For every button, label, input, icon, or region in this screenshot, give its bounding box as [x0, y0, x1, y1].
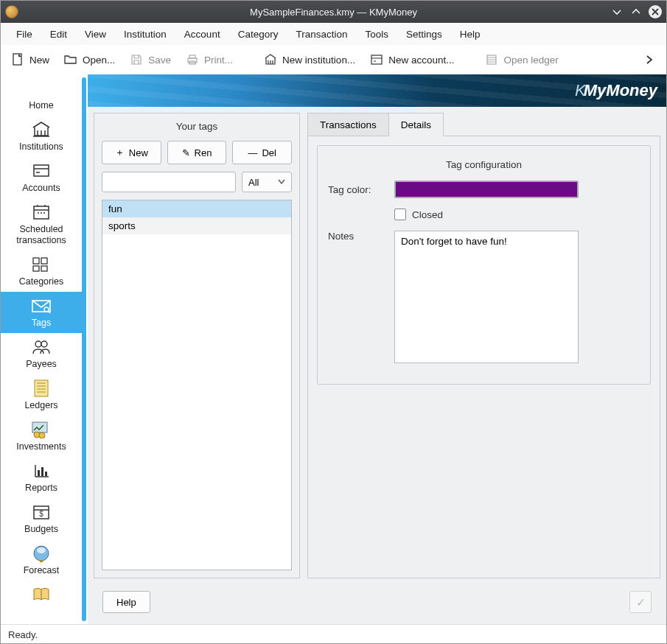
menu-transaction[interactable]: Transaction — [287, 26, 355, 43]
sidebar-nav: Home Institutions Accounts Scheduled tra… — [1, 74, 82, 624]
calendar-icon — [30, 203, 52, 222]
sidebar-item-budgets[interactable]: $ Budgets — [1, 498, 82, 539]
sidebar-item-investments[interactable]: Investments — [1, 416, 82, 457]
plus-icon: ＋ — [115, 146, 125, 159]
ledger-icon — [485, 53, 498, 66]
details-tabs: Transactions Details — [307, 113, 660, 136]
svg-point-8 — [38, 212, 39, 214]
tag-row[interactable]: fun — [102, 200, 291, 217]
apply-button[interactable]: ✓ — [629, 591, 652, 613]
accounts-icon — [30, 161, 52, 181]
window-close-icon[interactable] — [649, 5, 662, 18]
bottom-toolbar: Help ✓ — [94, 584, 660, 620]
sidebar-item-scheduled[interactable]: Scheduled transactions — [1, 198, 82, 251]
svg-rect-2 — [189, 55, 195, 58]
menu-edit[interactable]: Edit — [42, 26, 75, 43]
notes-textarea[interactable] — [394, 231, 579, 363]
tags-icon — [30, 296, 52, 315]
toolbar-save: Save — [127, 50, 174, 69]
svg-point-10 — [43, 212, 45, 214]
fieldset-legend: Tag configuration — [328, 159, 640, 170]
menu-institution[interactable]: Institution — [116, 26, 175, 43]
svg-rect-6 — [34, 165, 49, 176]
menu-view[interactable]: View — [77, 26, 114, 43]
institution-icon — [264, 53, 277, 66]
new-file-icon — [11, 53, 24, 66]
payees-icon — [30, 337, 52, 357]
tab-details[interactable]: Details — [388, 113, 444, 136]
tag-color-picker[interactable] — [394, 181, 579, 198]
tags-panel-title: Your tags — [94, 113, 299, 141]
chevron-down-icon — [278, 179, 285, 185]
svg-rect-30 — [40, 560, 43, 562]
svg-rect-12 — [41, 258, 47, 264]
forecast-icon — [30, 544, 52, 563]
svg-rect-14 — [41, 266, 47, 271]
toolbar-overflow-icon[interactable] — [640, 55, 659, 65]
window-titlebar: MySampleFinances.kmy — KMyMoney — [1, 1, 666, 23]
reports-icon — [30, 461, 52, 480]
status-text: Ready. — [8, 629, 38, 640]
menu-file[interactable]: File — [8, 26, 41, 43]
svg-rect-20 — [32, 422, 47, 433]
sidebar-active-indicator — [82, 77, 86, 621]
menu-category[interactable]: Category — [230, 26, 287, 43]
sidebar-item-payees[interactable]: Payees — [1, 333, 82, 374]
toolbar-open-ledger: Open ledger — [482, 50, 561, 69]
ledgers-icon — [30, 379, 52, 398]
tag-filter-select[interactable]: All — [242, 172, 292, 192]
menu-tools[interactable]: Tools — [357, 26, 397, 43]
menu-account[interactable]: Account — [176, 26, 228, 43]
menu-help[interactable]: Help — [452, 26, 489, 43]
svg-point-29 — [37, 547, 46, 553]
tag-color-label: Tag color: — [328, 184, 394, 195]
toolbar-new-institution[interactable]: New institution... — [261, 50, 358, 69]
closed-label: Closed — [412, 209, 443, 220]
app-banner: KMyMoney — [88, 74, 666, 107]
tab-transactions[interactable]: Transactions — [307, 113, 389, 136]
svg-rect-25 — [45, 472, 47, 476]
home-icon — [30, 79, 52, 98]
sidebar-item-categories[interactable]: Categories — [1, 251, 82, 292]
sidebar-item-institutions[interactable]: Institutions — [1, 116, 82, 157]
help-button[interactable]: Help — [102, 591, 150, 613]
tag-delete-button[interactable]: — Del — [232, 141, 292, 164]
toolbar: New Open... Save Print... New institutio… — [1, 45, 666, 74]
toolbar-open[interactable]: Open... — [61, 50, 118, 69]
budgets-icon: $ — [30, 503, 52, 522]
toolbar-new-account[interactable]: New account... — [367, 50, 457, 69]
tag-row[interactable]: sports — [102, 217, 291, 234]
svg-point-9 — [41, 212, 42, 214]
tag-configuration-group: Tag configuration Tag color: Closed Note… — [317, 145, 651, 385]
svg-rect-11 — [33, 258, 39, 264]
toolbar-new[interactable]: New — [8, 50, 52, 69]
details-panel: Transactions Details Tag configuration T… — [307, 113, 660, 578]
toolbar-print: Print... — [183, 50, 236, 69]
categories-icon — [30, 255, 52, 274]
svg-text:$: $ — [39, 510, 43, 518]
sidebar-item-ledgers[interactable]: Ledgers — [1, 374, 82, 416]
svg-point-22 — [39, 433, 45, 438]
sidebar-item-forecast[interactable]: Forecast — [1, 539, 82, 581]
status-bar: Ready. — [1, 624, 666, 644]
account-icon — [370, 53, 383, 66]
tag-list[interactable]: fun sports — [102, 200, 292, 570]
window-maximize-icon[interactable] — [629, 5, 643, 18]
closed-checkbox[interactable] — [394, 209, 406, 220]
sidebar-item-accounts[interactable]: Accounts — [1, 157, 82, 198]
book-icon — [30, 585, 52, 604]
tag-filter-input[interactable] — [102, 172, 236, 192]
menu-settings[interactable]: Settings — [398, 26, 450, 43]
window-minimize-icon[interactable] — [610, 5, 624, 18]
sidebar-item-reports[interactable]: Reports — [1, 457, 82, 498]
check-icon: ✓ — [636, 595, 646, 609]
sidebar-item-extra[interactable] — [1, 581, 82, 608]
tag-new-button[interactable]: ＋ New — [102, 141, 161, 164]
sidebar-item-tags[interactable]: Tags — [1, 292, 82, 333]
menubar: File Edit View Institution Account Categ… — [1, 23, 666, 45]
sidebar-item-home[interactable]: Home — [1, 74, 82, 116]
tag-rename-button[interactable]: ✎ Ren — [167, 141, 227, 164]
svg-point-18 — [41, 341, 47, 347]
save-icon — [130, 53, 143, 66]
svg-rect-19 — [35, 380, 48, 396]
